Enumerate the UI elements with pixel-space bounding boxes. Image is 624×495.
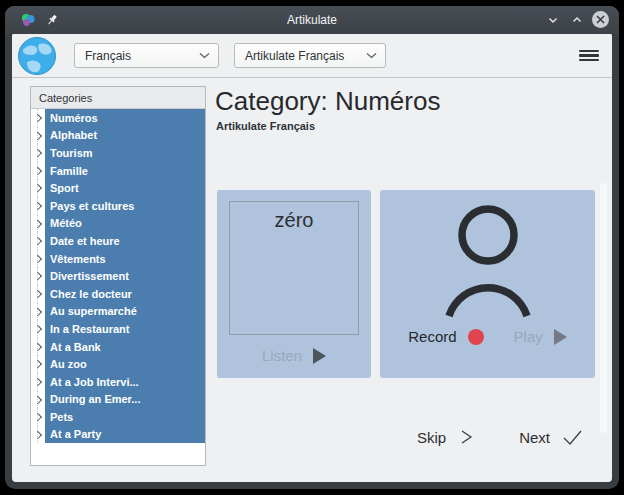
checkmark-icon <box>562 428 583 446</box>
chevron-right-icon <box>34 290 42 298</box>
category-item[interactable]: During an Emer... <box>31 391 205 409</box>
category-item[interactable]: Pets <box>31 408 205 426</box>
category-label: Pets <box>45 408 205 426</box>
phrase-card: zéro Listen <box>217 190 371 378</box>
categories-header: Categories <box>31 87 205 109</box>
expander[interactable] <box>31 144 45 162</box>
scrollbar[interactable] <box>600 183 607 433</box>
categories-panel: Categories Numéros <box>30 86 206 466</box>
expander[interactable] <box>31 250 45 268</box>
record-dot-icon <box>468 329 484 345</box>
expander[interactable] <box>31 320 45 338</box>
category-item[interactable]: At a Job Intervi... <box>31 373 205 391</box>
language-select-value: Français <box>85 49 193 63</box>
listen-label: Listen <box>262 347 302 364</box>
category-label: Chez le docteur <box>45 285 205 303</box>
record-label: Record <box>408 328 456 345</box>
record-button[interactable]: Record <box>408 328 483 345</box>
expander[interactable] <box>31 179 45 197</box>
category-item[interactable]: Date et heure <box>31 232 205 250</box>
page-subtitle: Artikulate Français <box>216 120 315 132</box>
expander[interactable] <box>31 215 45 233</box>
chevron-up-icon <box>571 14 583 26</box>
close-icon <box>596 15 605 24</box>
category-item[interactable]: Tourism <box>31 144 205 162</box>
category-item[interactable]: Alphabet <box>31 127 205 145</box>
expander[interactable] <box>31 303 45 321</box>
category-label: Sport <box>45 179 205 197</box>
record-controls: Record Play <box>380 328 595 345</box>
minimize-button[interactable] <box>544 11 561 28</box>
expander[interactable] <box>31 232 45 250</box>
expander[interactable] <box>31 197 45 215</box>
record-card: Record Play <box>380 190 595 378</box>
expander[interactable] <box>31 267 45 285</box>
expander[interactable] <box>31 109 45 127</box>
category-item[interactable]: Sport <box>31 179 205 197</box>
category-item[interactable]: Au supermarché <box>31 303 205 321</box>
category-item[interactable]: Vêtements <box>31 250 205 268</box>
category-label: Alphabet <box>45 127 205 145</box>
category-label: At a Party <box>45 426 205 444</box>
category-label: In a Restaurant <box>45 320 205 338</box>
close-button[interactable] <box>592 11 609 28</box>
chevron-right-icon <box>34 167 42 175</box>
maximize-button[interactable] <box>568 11 585 28</box>
chevron-right-icon <box>34 184 42 192</box>
skip-button[interactable]: Skip <box>417 428 475 446</box>
category-item[interactable]: Divertissement <box>31 267 205 285</box>
category-item[interactable]: Météo <box>31 215 205 233</box>
chevron-right-icon <box>34 307 42 315</box>
chevron-right-icon <box>34 255 42 263</box>
chevron-right-icon <box>34 378 42 386</box>
menu-button[interactable] <box>579 47 599 65</box>
play-button[interactable]: Play <box>514 328 567 345</box>
titlebar[interactable]: Artikulate <box>5 6 619 34</box>
expander[interactable] <box>31 355 45 373</box>
category-label: Divertissement <box>45 267 205 285</box>
category-item[interactable]: At a Party <box>31 426 205 444</box>
category-item[interactable]: Au zoo <box>31 355 205 373</box>
category-item[interactable]: Famille <box>31 162 205 180</box>
window-title: Artikulate <box>5 13 619 27</box>
language-select[interactable]: Français <box>74 43 219 68</box>
category-label: During an Emer... <box>45 391 205 409</box>
category-item[interactable]: Numéros <box>31 109 205 127</box>
category-label: At a Bank <box>45 338 205 356</box>
play-label: Play <box>514 328 543 345</box>
play-triangle-icon <box>554 329 567 345</box>
chevron-right-icon <box>34 219 42 227</box>
course-select[interactable]: Artikulate Français <box>234 43 386 68</box>
chevron-right-icon <box>34 237 42 245</box>
category-item[interactable]: Chez le docteur <box>31 285 205 303</box>
chevron-right-icon <box>458 428 475 446</box>
chevron-right-icon <box>34 272 42 280</box>
chevron-right-icon <box>34 149 42 157</box>
course-select-value: Artikulate Français <box>245 49 360 63</box>
expander[interactable] <box>31 338 45 356</box>
chevron-right-icon <box>34 132 42 140</box>
expander[interactable] <box>31 285 45 303</box>
expander[interactable] <box>31 426 45 444</box>
category-label: Au zoo <box>45 355 205 373</box>
skip-label: Skip <box>417 429 446 446</box>
footer-actions: Skip Next <box>417 428 583 446</box>
category-item[interactable]: In a Restaurant <box>31 320 205 338</box>
expander[interactable] <box>31 127 45 145</box>
category-label: Numéros <box>45 109 205 127</box>
chevron-right-icon <box>34 360 42 368</box>
expander[interactable] <box>31 373 45 391</box>
chevron-right-icon <box>34 395 42 403</box>
chevron-right-icon <box>34 202 42 210</box>
expander[interactable] <box>31 391 45 409</box>
listen-button[interactable]: Listen <box>217 347 371 364</box>
category-item[interactable]: At a Bank <box>31 338 205 356</box>
chevron-right-icon <box>34 343 42 351</box>
expander[interactable] <box>31 162 45 180</box>
category-label: Famille <box>45 162 205 180</box>
category-label: At a Job Intervi... <box>45 373 205 391</box>
category-item[interactable]: Pays et cultures <box>31 197 205 215</box>
expander[interactable] <box>31 408 45 426</box>
window-content: Français Artikulate Français Categories <box>12 34 612 482</box>
next-button[interactable]: Next <box>519 428 583 446</box>
